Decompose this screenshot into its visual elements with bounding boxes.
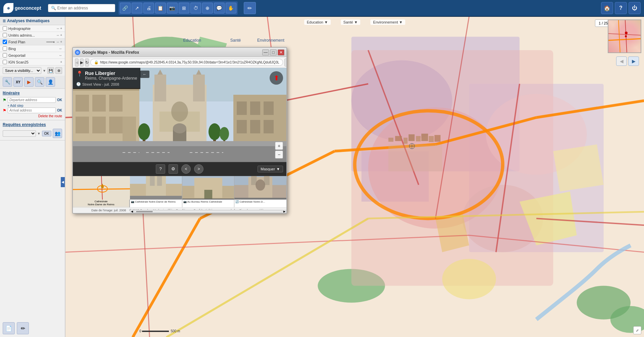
fondplan-slider[interactable]: ━━━━●	[46, 40, 55, 44]
url-bar[interactable]: 🔒 https://www.google.com/maps/@49.252845…	[90, 59, 283, 66]
edit-doc-btn[interactable]: ✏	[17, 322, 29, 334]
pencil-tool-btn[interactable]: ✏	[244, 2, 256, 14]
thumb-bureau[interactable]: 📷 Au Bureau Reims Cathédrale	[182, 176, 235, 207]
help-btn[interactable]: ?	[615, 2, 627, 14]
layer-hydrographie: Hydrographie ↔ +	[0, 25, 65, 32]
xy-tool-btn[interactable]: XY	[13, 77, 23, 87]
layer-fondplan-checkbox[interactable]	[3, 40, 7, 44]
thumb-cathedral-1[interactable]: 📷 Cathédrale Notre-Dame de Reims	[130, 176, 182, 207]
fullscreen-icon[interactable]: ⤢	[633, 326, 641, 334]
popup-close-btn[interactable]: ✕	[278, 49, 284, 55]
layer-unites-checkbox[interactable]	[3, 33, 7, 37]
nav-back-btn[interactable]: ◀	[616, 56, 627, 66]
sv-next-btn[interactable]: >	[194, 164, 203, 174]
sv-zoom-in-btn[interactable]: +	[275, 142, 283, 150]
environnement-label[interactable]: Environnement ▼	[370, 19, 405, 25]
move-icon-3[interactable]: ↔	[56, 40, 59, 44]
route-tool-btn[interactable]: ▶	[24, 77, 34, 87]
config-tool-btn[interactable]: 🔧	[3, 77, 12, 87]
visibility-save-btn[interactable]: 💾	[47, 67, 54, 74]
link-tool-btn[interactable]: 🔗	[120, 3, 131, 13]
comment-tool-btn[interactable]: 💬	[214, 3, 225, 13]
svg-point-87	[209, 123, 221, 140]
sv-settings-btn[interactable]: ⚙	[169, 164, 178, 174]
layer-bing-checkbox[interactable]	[3, 46, 7, 51]
delete-route-btn[interactable]: Delete the route	[3, 114, 62, 118]
home-btn[interactable]: 🏠	[601, 2, 613, 14]
add-icon-2[interactable]: +	[60, 33, 62, 37]
add-icon-6[interactable]: +	[60, 60, 62, 64]
add-icon[interactable]: +	[60, 27, 62, 30]
education-label[interactable]: Education ▼	[304, 19, 331, 25]
browser-forward-btn[interactable]: ▶	[80, 58, 84, 67]
add-tool-btn[interactable]: ⊕	[202, 3, 213, 13]
thumb-notre-dame[interactable]: 🔄 Cathédrale Notre-D...	[234, 176, 286, 207]
sv-info-panel: 📍 Rue Libergier Reims, Champagne-Ardenne…	[73, 68, 140, 89]
layer-ignscan25-checkbox[interactable]	[3, 60, 7, 64]
timer-tool-btn[interactable]: ⏱	[190, 3, 201, 13]
search-tool-btn[interactable]: 🔍	[35, 77, 44, 87]
sv-zoom-out-btn[interactable]: −	[275, 151, 283, 159]
move-icon-2[interactable]: ↔	[56, 33, 59, 37]
retour-carte-btn[interactable]: Retour à la carte	[73, 206, 129, 207]
sv-prev-btn[interactable]: <	[181, 164, 191, 174]
camera-tool-btn[interactable]: 📷	[167, 3, 178, 13]
layer-bing: Bing ↔	[0, 45, 65, 52]
svg-rect-90	[73, 145, 286, 162]
sv-back-btn[interactable]: ←	[140, 71, 149, 78]
departure-input[interactable]	[8, 97, 56, 103]
header: ⊕ geoconcept 🔍 🔗 ↗ 🖨 📋 📷 ⊞ ⏱ ⊕ 💬 ✋ ✏ 🏠 ?…	[0, 0, 644, 17]
sv-masquer-btn[interactable]: Masquer ▼	[258, 166, 283, 172]
clipboard-tool-btn[interactable]: 📋	[155, 3, 166, 13]
requetes-search-btn[interactable]: 👥	[53, 129, 62, 138]
person-tool-btn[interactable]: 👤	[46, 77, 55, 87]
print-tool-btn[interactable]: 🖨	[143, 3, 154, 13]
sante-label[interactable]: Santé ▼	[341, 19, 361, 25]
thumb-notre-dame-text: Cathédrale Notre-D...	[239, 200, 265, 203]
grid-tool-btn[interactable]: ⊞	[179, 3, 189, 13]
add-icon-3[interactable]: +	[60, 40, 62, 44]
browser-back-btn[interactable]: ◀	[75, 58, 79, 67]
pan-tool-btn[interactable]: ✋	[226, 3, 236, 13]
map-area[interactable]: Education Santé Environnement Education …	[65, 17, 644, 337]
visibility-select[interactable]: Save a visibility...	[3, 67, 41, 74]
power-btn[interactable]: ⏻	[629, 2, 641, 14]
layer-geoportail-checkbox[interactable]	[3, 53, 7, 57]
arrival-ok-btn[interactable]: OK	[57, 109, 62, 112]
browser-reload-btn[interactable]: ↻	[85, 58, 89, 67]
sidebar-bottom: 📄 ✏	[0, 320, 65, 337]
svg-rect-39	[404, 138, 408, 144]
arrival-input[interactable]	[8, 108, 56, 113]
visibility-options-btn[interactable]: ⚙	[55, 67, 62, 74]
add-step-btn[interactable]: + Add step	[3, 104, 62, 108]
popup-minimize-btn[interactable]: —	[262, 49, 269, 55]
svg-rect-103	[146, 176, 166, 196]
document-btn[interactable]: 📄	[3, 322, 15, 334]
search-box[interactable]: 🔍	[48, 4, 115, 12]
departure-ok-btn[interactable]: OK	[57, 98, 62, 102]
layer-hydrographie-checkbox[interactable]	[3, 26, 7, 31]
move-icon[interactable]: ↔	[56, 27, 59, 30]
browser-bookmark-btn[interactable]: ⭐	[284, 58, 287, 67]
layer-fondplan: Fond Plan ━━━━● ↔ +	[0, 39, 65, 45]
popup-maximize-btn[interactable]: □	[270, 49, 277, 55]
nav-forward-btn[interactable]: ▶	[628, 56, 639, 66]
svg-line-96	[73, 189, 130, 189]
search-input[interactable]	[57, 6, 111, 10]
sv-help-btn[interactable]: ?	[156, 164, 165, 174]
requetes-ok-btn[interactable]: OK	[42, 131, 51, 136]
move-icon-4[interactable]: ↔	[59, 47, 62, 50]
move-icon-5[interactable]: ↔	[59, 53, 62, 57]
visibility-row: Save a visibility... ▼ 💾 ⚙	[0, 66, 65, 76]
share-tool-btn[interactable]: ↗	[132, 3, 142, 13]
sidebar-collapse-btn[interactable]: ◀	[61, 177, 65, 187]
logo-text: geoconcept	[15, 5, 41, 11]
svg-rect-43	[429, 136, 434, 142]
zoom-expand-btn[interactable]: ⤢	[633, 326, 641, 334]
thumb-bureau-img	[182, 176, 234, 200]
requetes-select[interactable]	[3, 130, 36, 137]
svg-rect-73	[250, 120, 260, 133]
sv-date-row: 🕐 Street View - juil. 2008	[76, 82, 137, 86]
svg-rect-106	[130, 196, 182, 200]
thumb-map[interactable]: Cathédrale Notre-Dame de Reims Retour à …	[73, 176, 130, 207]
